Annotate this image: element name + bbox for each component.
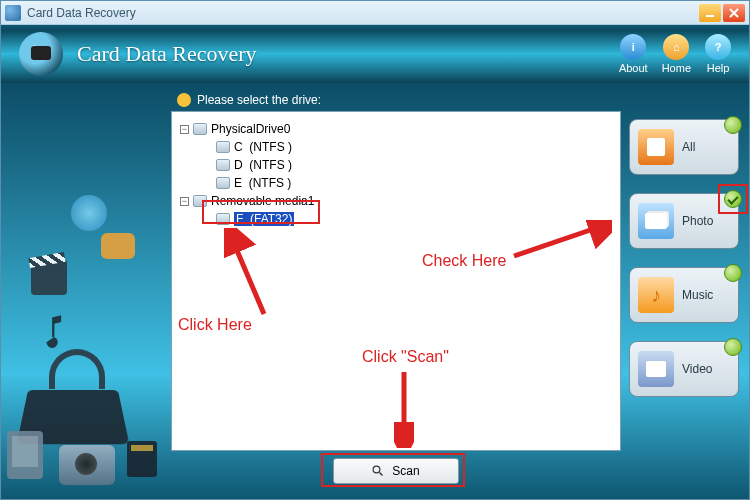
prompt-text: Please select the drive:: [197, 93, 321, 107]
status-dot[interactable]: [724, 338, 742, 356]
annotation-box-scan: [321, 453, 465, 487]
volume-icon: [216, 141, 230, 153]
status-dot[interactable]: [724, 116, 742, 134]
body: Please select the drive: − PhysicalDrive…: [1, 83, 749, 499]
annotation-box-drive: [202, 200, 320, 224]
camera-icon: [59, 445, 115, 485]
home-icon: ⌂: [663, 34, 689, 60]
prompt-bar: Please select the drive:: [171, 89, 621, 111]
sd-card-icon: [127, 441, 157, 477]
vol-label: D (NTFS ): [234, 158, 292, 172]
tree-vol-c[interactable]: C (NTFS ): [180, 138, 612, 156]
close-button[interactable]: [723, 4, 745, 22]
speech-icon: [101, 233, 135, 259]
volume-icon: [216, 159, 230, 171]
category-label: Music: [682, 288, 713, 302]
category-label: Video: [682, 362, 712, 376]
category-music[interactable]: Music: [629, 267, 739, 323]
photo-icon: [638, 203, 674, 239]
app-window: Card Data Recovery Card Data Recovery i …: [0, 0, 750, 500]
category-all[interactable]: All: [629, 119, 739, 175]
volume-icon: [216, 177, 230, 189]
annotation-check-here: Check Here: [422, 252, 506, 270]
disk-icon: [193, 123, 207, 135]
globe-icon: [71, 195, 107, 231]
info-icon: i: [620, 34, 646, 60]
home-label: Home: [662, 62, 691, 74]
window-title: Card Data Recovery: [27, 6, 697, 20]
drive-tree-panel: − PhysicalDrive0 C (NTFS ) D (NTFS ): [171, 111, 621, 451]
titlebar: Card Data Recovery: [1, 1, 749, 25]
home-button[interactable]: ⌂ Home: [662, 34, 691, 74]
vol-label: E (NTFS ): [234, 176, 291, 190]
svg-line-2: [514, 224, 608, 256]
arrow-click-here: [224, 228, 284, 318]
svg-rect-0: [706, 15, 714, 17]
header: Card Data Recovery i About ⌂ Home ? Help: [1, 25, 749, 83]
music-note-icon: [37, 313, 65, 349]
about-label: About: [619, 62, 648, 74]
svg-line-1: [230, 234, 264, 314]
pda-icon: [7, 431, 43, 479]
tree-root[interactable]: − PhysicalDrive0: [180, 120, 612, 138]
status-dot[interactable]: [724, 264, 742, 282]
root-label: PhysicalDrive0: [211, 122, 290, 136]
help-icon: ?: [705, 34, 731, 60]
app-icon: [5, 5, 21, 21]
video-icon: [638, 351, 674, 387]
category-column: All Photo Music Video: [629, 89, 739, 491]
panel-wrap: Please select the drive: − PhysicalDrive…: [171, 89, 621, 491]
annotation-click-scan: Click "Scan": [362, 348, 449, 366]
sidebar-art: [1, 83, 171, 499]
app-title: Card Data Recovery: [77, 41, 619, 67]
vol-label: C (NTFS ): [234, 140, 292, 154]
category-video[interactable]: Video: [629, 341, 739, 397]
headphones-icon: [49, 349, 105, 389]
arrow-click-scan: [394, 370, 414, 448]
annotation-box-check: [718, 184, 748, 214]
help-button[interactable]: ? Help: [705, 34, 731, 74]
main: Please select the drive: − PhysicalDrive…: [171, 83, 749, 499]
all-files-icon: [638, 129, 674, 165]
pointer-icon: [177, 93, 191, 107]
header-actions: i About ⌂ Home ? Help: [619, 34, 731, 74]
category-photo[interactable]: Photo: [629, 193, 739, 249]
about-button[interactable]: i About: [619, 34, 648, 74]
clapboard-icon: [31, 259, 67, 295]
category-label: Photo: [682, 214, 713, 228]
music-icon: [638, 277, 674, 313]
collapse-icon[interactable]: −: [180, 125, 189, 134]
minimize-button[interactable]: [699, 4, 721, 22]
tree-vol-e[interactable]: E (NTFS ): [180, 174, 612, 192]
annotation-click-here: Click Here: [178, 316, 252, 334]
tree-vol-d[interactable]: D (NTFS ): [180, 156, 612, 174]
collapse-icon[interactable]: −: [180, 197, 189, 206]
help-label: Help: [707, 62, 730, 74]
scan-row: Scan: [171, 451, 621, 491]
logo-icon: [19, 32, 63, 76]
category-label: All: [682, 140, 695, 154]
